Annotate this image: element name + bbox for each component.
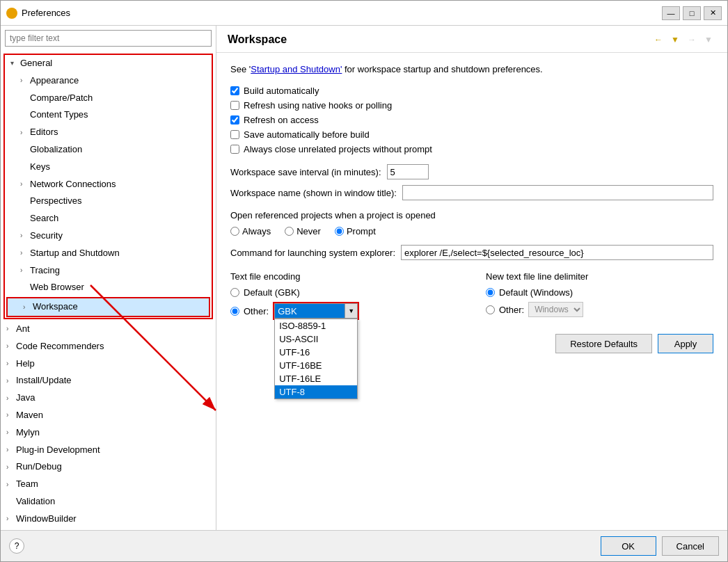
encoding-option-ascii[interactable]: US-ASCII bbox=[275, 332, 357, 346]
line-delim-select[interactable]: Windows bbox=[528, 302, 583, 317]
radio-never-input[interactable] bbox=[285, 227, 294, 236]
ok-button[interactable]: OK bbox=[601, 536, 656, 556]
close-button[interactable]: ✕ bbox=[704, 6, 722, 20]
minimize-button[interactable]: — bbox=[662, 6, 680, 20]
expand-arrow-run-debug[interactable]: › bbox=[6, 462, 16, 473]
sidebar-item-run-debug[interactable]: › Run/Debug bbox=[1, 458, 216, 476]
sidebar-item-search[interactable]: Search bbox=[5, 210, 212, 227]
line-delim-other-radio[interactable] bbox=[486, 305, 495, 314]
expand-arrow-java[interactable]: › bbox=[6, 393, 16, 404]
radio-never-label: Never bbox=[296, 226, 321, 236]
encoding-option-iso[interactable]: ISO-8859-1 bbox=[275, 319, 357, 332]
sidebar-item-install[interactable]: › Install/Update bbox=[1, 372, 216, 390]
close-projects-checkbox[interactable] bbox=[230, 145, 239, 154]
expand-arrow-ant[interactable]: › bbox=[6, 323, 16, 335]
sidebar-item-webbrowser[interactable]: Web Browser bbox=[5, 279, 212, 296]
expand-arrow-general[interactable]: ▾ bbox=[10, 58, 20, 69]
sidebar-item-tracing[interactable]: › Tracing bbox=[5, 262, 212, 280]
open-projects-radio-group: Always Never Prompt bbox=[230, 226, 713, 236]
encoding-dropdown-container: GBK ▼ ISO-8859-1 US-ASCII UTF-16 UTF-16B… bbox=[273, 302, 359, 320]
encoding-option-utf16[interactable]: UTF-16 bbox=[275, 346, 357, 359]
apply-button[interactable]: Apply bbox=[658, 334, 713, 353]
maximize-button[interactable]: □ bbox=[683, 6, 701, 20]
sidebar-item-security[interactable]: › Security bbox=[5, 227, 212, 245]
sidebar-item-help[interactable]: › Help bbox=[1, 355, 216, 373]
refresh-access-checkbox[interactable] bbox=[230, 115, 239, 125]
radio-prompt-input[interactable] bbox=[335, 227, 344, 236]
expand-arrow-security[interactable]: › bbox=[20, 230, 30, 241]
sidebar-item-maven[interactable]: › Maven bbox=[1, 407, 216, 424]
sidebar-item-startup[interactable]: › Startup and Shutdown bbox=[5, 245, 212, 262]
expand-arrow-help[interactable]: › bbox=[6, 358, 16, 369]
expand-arrow-plugin[interactable]: › bbox=[6, 444, 16, 456]
encoding-option-utf16be[interactable]: UTF-16BE bbox=[275, 359, 357, 372]
save-interval-input[interactable] bbox=[387, 164, 429, 179]
expand-arrow-maven[interactable]: › bbox=[6, 410, 16, 421]
encoding-title: Text file encoding bbox=[230, 271, 458, 282]
cancel-button[interactable]: Cancel bbox=[662, 536, 719, 556]
radio-always-label: Always bbox=[242, 226, 271, 236]
sidebar-item-mylyn[interactable]: › Mylyn bbox=[1, 424, 216, 442]
sidebar-item-content-types[interactable]: Content Types bbox=[5, 106, 212, 124]
radio-never: Never bbox=[285, 226, 321, 236]
nav-arrows: ← ▼ → ▼ bbox=[651, 33, 716, 47]
refresh-native-checkbox[interactable] bbox=[230, 101, 239, 110]
sidebar-item-workspace[interactable]: › Workspace bbox=[8, 298, 209, 316]
filter-input[interactable] bbox=[5, 30, 212, 47]
sidebar-item-editors[interactable]: › Editors bbox=[5, 124, 212, 141]
nav-forward-button[interactable]: → bbox=[684, 33, 699, 47]
expand-arrow-mylyn[interactable]: › bbox=[6, 427, 16, 438]
encoding-dropdown[interactable]: GBK ▼ bbox=[274, 303, 358, 319]
encoding-default-radio[interactable] bbox=[230, 288, 239, 297]
nav-back-button[interactable]: ← bbox=[651, 33, 666, 47]
dropdown-arrow-icon[interactable]: ▼ bbox=[345, 304, 357, 318]
expand-arrow-code-recommenders[interactable]: › bbox=[6, 341, 16, 352]
encoding-option-utf8[interactable]: UTF-8 bbox=[275, 385, 357, 399]
sidebar-item-validation[interactable]: Validation bbox=[1, 493, 216, 511]
window-title: Preferences bbox=[22, 8, 662, 18]
right-header: Workspace ← ▼ → ▼ bbox=[216, 26, 727, 53]
save-auto-label: Save automatically before build bbox=[244, 129, 370, 140]
sidebar-item-globalization[interactable]: Globalization bbox=[5, 141, 212, 159]
line-delim-default-radio[interactable] bbox=[486, 288, 495, 297]
radio-always-input[interactable] bbox=[230, 227, 239, 236]
expand-arrow-windowbuilder[interactable]: › bbox=[6, 513, 16, 524]
tree-item-general[interactable]: ▾ General bbox=[5, 55, 212, 72]
encoding-default-option: Default (GBK) bbox=[230, 287, 458, 298]
sidebar-item-code-recommenders[interactable]: › Code Recommenders bbox=[1, 338, 216, 355]
line-delim-other-label: Other: bbox=[499, 305, 524, 315]
restore-defaults-button[interactable]: Restore Defaults bbox=[555, 334, 652, 353]
sidebar-item-network[interactable]: › Network Connections bbox=[5, 176, 212, 193]
sidebar-item-windowbuilder[interactable]: › WindowBuilder bbox=[1, 511, 216, 528]
sidebar-item-ant[interactable]: › Ant bbox=[1, 321, 216, 338]
expand-arrow-install[interactable]: › bbox=[6, 376, 16, 387]
startup-shutdown-link[interactable]: Startup and Shutdown' bbox=[251, 64, 342, 74]
sidebar-item-perspectives[interactable]: Perspectives bbox=[5, 193, 212, 210]
nav-forward-dropdown-button[interactable]: ▼ bbox=[701, 33, 716, 47]
command-input[interactable] bbox=[401, 245, 713, 260]
sidebar-item-team[interactable]: › Team bbox=[1, 476, 216, 493]
workspace-name-input[interactable] bbox=[402, 185, 713, 200]
expand-arrow-network[interactable]: › bbox=[20, 179, 30, 190]
encoding-selected-value: GBK bbox=[275, 304, 345, 318]
sidebar-item-keys[interactable]: Keys bbox=[5, 159, 212, 176]
expand-arrow-startup[interactable]: › bbox=[20, 248, 30, 259]
encoding-other-radio[interactable] bbox=[230, 307, 239, 316]
sidebar-item-compare[interactable]: Compare/Patch bbox=[5, 90, 212, 107]
help-button[interactable]: ? bbox=[9, 538, 24, 554]
expand-arrow-workspace[interactable]: › bbox=[23, 302, 33, 313]
sidebar-item-plugin[interactable]: › Plug-in Development bbox=[1, 442, 216, 459]
encoding-option-utf16le[interactable]: UTF-16LE bbox=[275, 372, 357, 385]
line-delim-title: New text file line delimiter bbox=[486, 271, 713, 282]
nav-back-dropdown-button[interactable]: ▼ bbox=[667, 33, 683, 47]
sidebar-item-java[interactable]: › Java bbox=[1, 390, 216, 407]
save-auto-checkbox[interactable] bbox=[230, 130, 239, 139]
expand-arrow-appearance[interactable]: › bbox=[20, 75, 30, 86]
expand-arrow-team[interactable]: › bbox=[6, 479, 16, 490]
build-auto-checkbox[interactable] bbox=[230, 86, 239, 95]
sidebar-item-appearance[interactable]: › Appearance bbox=[5, 72, 212, 90]
expand-arrow-tracing[interactable]: › bbox=[20, 265, 30, 276]
bottom-buttons: OK Cancel bbox=[601, 536, 719, 556]
checkbox-refresh-native: Refresh using native hooks or polling bbox=[230, 100, 713, 111]
expand-arrow-editors[interactable]: › bbox=[20, 127, 30, 138]
